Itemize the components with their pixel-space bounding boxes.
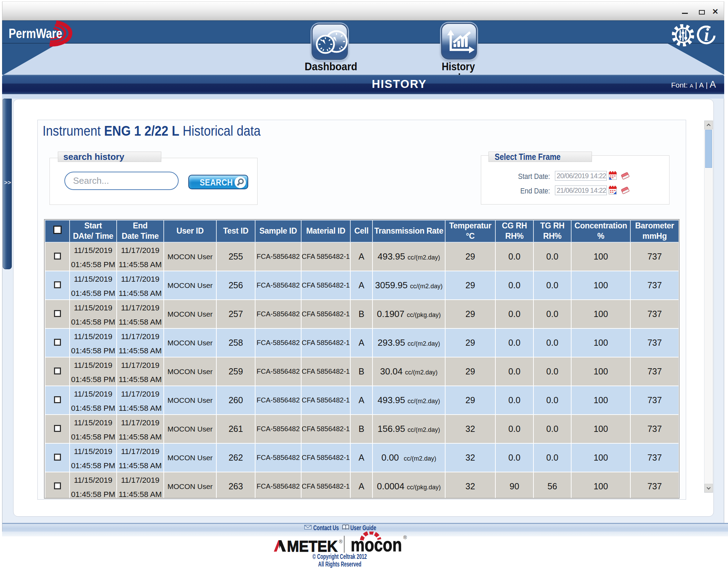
svg-text:i: i — [704, 26, 709, 45]
svg-text:®: ® — [339, 539, 343, 544]
svg-text:®: ® — [403, 535, 407, 540]
